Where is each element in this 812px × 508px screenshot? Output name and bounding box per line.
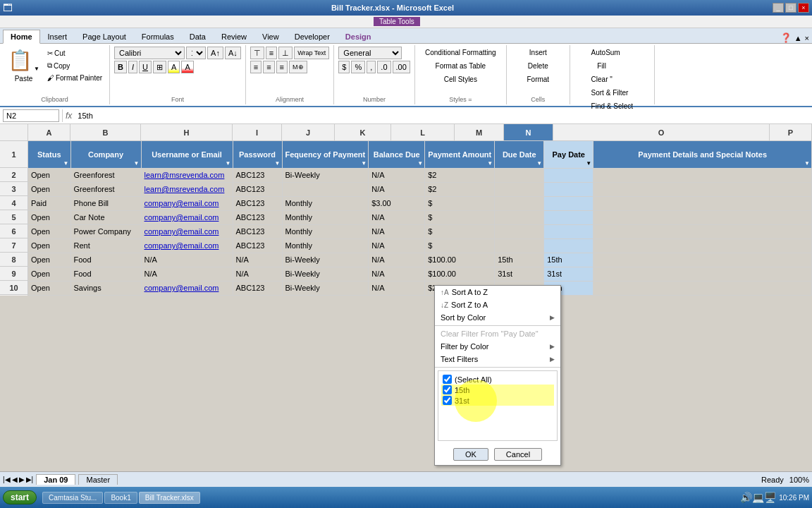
cell-balance-5[interactable]: N/A: [369, 210, 425, 224]
formula-input[interactable]: [75, 111, 809, 121]
underline-button[interactable]: U: [139, 61, 152, 73]
row-header-9[interactable]: 9: [0, 267, 27, 281]
cell-notes-3[interactable]: [593, 182, 812, 196]
cell-password-9[interactable]: N/A: [233, 267, 282, 281]
cell-frequency-10[interactable]: Bi-Weekly: [282, 281, 369, 295]
cut-button[interactable]: ✂ Cut: [44, 48, 105, 59]
cell-amount-2[interactable]: $2: [425, 168, 495, 182]
cell-amount-7[interactable]: $: [425, 238, 495, 253]
sheet-tab-master[interactable]: Master: [78, 474, 118, 485]
cell-balance-2[interactable]: N/A: [369, 168, 425, 182]
cell-balance-8[interactable]: N/A: [369, 253, 425, 267]
bold-button[interactable]: B: [114, 61, 127, 73]
cell-status-7[interactable]: Open: [28, 238, 70, 253]
align-top-button[interactable]: ⊤: [250, 47, 264, 59]
increase-decimal-button[interactable]: .0: [377, 61, 390, 73]
cell-amount-6[interactable]: $: [425, 224, 495, 238]
col-header-h[interactable]: H: [141, 124, 233, 140]
cell-password-2[interactable]: ABC123: [233, 168, 282, 182]
merge-center-button[interactable]: M⊕: [289, 61, 307, 73]
cell-status-8[interactable]: Open: [28, 253, 70, 267]
filter-by-color-item[interactable]: Filter by Color ▶: [435, 340, 560, 353]
tab-view[interactable]: View: [254, 29, 287, 43]
taskbar-item-camtasia[interactable]: Camtasia Stu...: [42, 492, 103, 504]
format-cells-button[interactable]: Format: [523, 73, 553, 85]
cell-company-9[interactable]: Food: [70, 267, 141, 281]
cell-balance-7[interactable]: N/A: [369, 238, 425, 253]
cell-frequency-6[interactable]: Monthly: [282, 224, 369, 238]
cell-frequency-4[interactable]: Monthly: [282, 196, 369, 210]
row-header-10[interactable]: 10: [0, 281, 27, 295]
cell-notes-6[interactable]: [593, 224, 812, 238]
cell-company-7[interactable]: Rent: [70, 238, 141, 253]
frequency-filter-arrow[interactable]: ▼: [361, 160, 367, 167]
cell-password-3[interactable]: ABC123: [233, 182, 282, 196]
filter-cancel-button[interactable]: Cancel: [494, 448, 542, 461]
cell-status-2[interactable]: Open: [28, 168, 70, 182]
cell-password-10[interactable]: ABC123: [233, 281, 282, 295]
due-date-filter-arrow[interactable]: ▼: [536, 160, 542, 167]
row-header-6[interactable]: 6: [0, 224, 27, 238]
cell-status-4[interactable]: Paid: [28, 196, 70, 210]
font-size-select[interactable]: 11: [186, 47, 206, 59]
col-header-p[interactable]: P: [770, 124, 812, 140]
fill-button[interactable]: Fill: [588, 60, 616, 72]
tab-developer[interactable]: Developer: [287, 29, 338, 43]
cell-amount-8[interactable]: $100.00: [425, 253, 495, 267]
start-button[interactable]: start: [3, 490, 37, 504]
cell-notes-9[interactable]: [593, 267, 812, 281]
cell-amount-4[interactable]: $: [425, 196, 495, 210]
paste-button[interactable]: 📋 ▼: [4, 47, 43, 74]
border-button[interactable]: ⊞: [153, 61, 166, 73]
col-header-k[interactable]: K: [335, 124, 391, 140]
cell-frequency-3[interactable]: [282, 182, 369, 196]
cell-pay-3[interactable]: [544, 182, 593, 196]
cell-due-9[interactable]: 31st: [495, 267, 544, 281]
cell-styles-button[interactable]: Cell Styles: [422, 73, 500, 85]
sort-filter-button[interactable]: Sort & Filter: [588, 87, 632, 99]
cell-status-5[interactable]: Open: [28, 210, 70, 224]
col-header-m[interactable]: M: [455, 124, 504, 140]
cell-email-4[interactable]: company@email.com: [141, 196, 233, 210]
conditional-formatting-button[interactable]: Conditional Formatting: [422, 47, 500, 59]
cell-email-8[interactable]: N/A: [141, 253, 233, 267]
cell-email-5[interactable]: company@email.com: [141, 210, 233, 224]
sort-a-z-item[interactable]: ↑A Sort A to Z: [435, 286, 560, 298]
wrap-text-button[interactable]: Wrap Text: [294, 47, 329, 59]
cell-amount-9[interactable]: $100.00: [425, 267, 495, 281]
col-header-a[interactable]: A: [28, 124, 70, 140]
col-header-j[interactable]: J: [282, 124, 335, 140]
delete-cells-button[interactable]: Delete: [523, 60, 553, 72]
copy-button[interactable]: ⧉ Copy: [44, 60, 105, 71]
comma-button[interactable]: ,: [367, 61, 376, 73]
cell-due-6[interactable]: [495, 224, 544, 238]
format-as-table-button[interactable]: Format as Table: [422, 60, 500, 72]
checkbox-15th-input[interactable]: [443, 385, 452, 394]
row-header-8[interactable]: 8: [0, 253, 27, 267]
tab-insert[interactable]: Insert: [40, 29, 75, 43]
cell-company-4[interactable]: Phone Bill: [70, 196, 141, 210]
checkbox-select-all-input[interactable]: [443, 375, 452, 384]
row-header-3[interactable]: 3: [0, 182, 27, 196]
cell-frequency-5[interactable]: Monthly: [282, 210, 369, 224]
col-header-l[interactable]: L: [391, 124, 455, 140]
number-format-select[interactable]: General: [338, 47, 402, 59]
row-header-7[interactable]: 7: [0, 238, 27, 253]
cell-pay-6[interactable]: [544, 224, 593, 238]
cell-email-2[interactable]: learn@msrevenda.com: [141, 168, 233, 182]
cell-pay-2[interactable]: [544, 168, 593, 182]
tab-page-layout[interactable]: Page Layout: [75, 29, 134, 43]
row-header-2[interactable]: 2: [0, 168, 27, 182]
cell-notes-4[interactable]: [593, 196, 812, 210]
notes-filter-arrow[interactable]: ▼: [804, 160, 810, 167]
cell-due-2[interactable]: [495, 168, 544, 182]
cell-password-5[interactable]: ABC123: [233, 210, 282, 224]
cell-due-5[interactable]: [495, 210, 544, 224]
align-right-button[interactable]: ≡: [276, 61, 288, 73]
checkbox-31st[interactable]: 31st: [441, 395, 554, 406]
decrease-decimal-button[interactable]: .00: [393, 61, 410, 73]
align-center-button[interactable]: ≡: [263, 61, 274, 73]
tab-data[interactable]: Data: [182, 29, 214, 43]
checkbox-31st-input[interactable]: [443, 396, 452, 405]
cell-notes-8[interactable]: [593, 253, 812, 267]
